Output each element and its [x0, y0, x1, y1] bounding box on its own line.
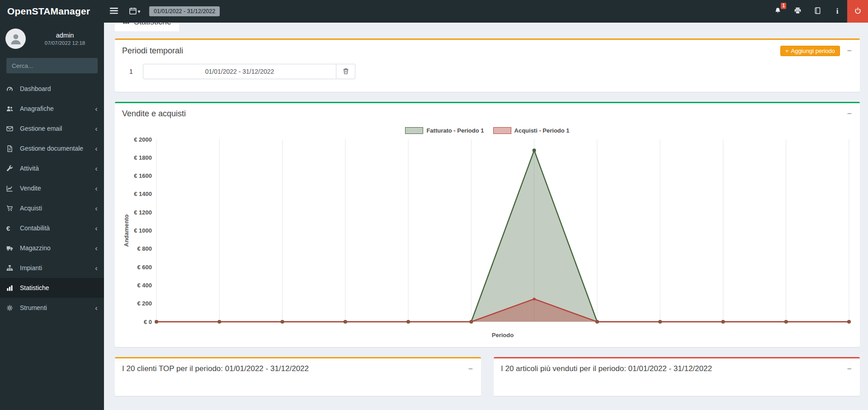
top-clients-title: I 20 clienti TOP per il periodo: 01/01/2…	[122, 364, 309, 373]
period-range-input[interactable]	[143, 64, 336, 79]
user-panel: admin 07/07/2022 12:18	[0, 23, 104, 53]
chart-legend: Fatturato - Periodo 1Acquisti - Periodo …	[121, 127, 854, 134]
print-button[interactable]	[788, 0, 807, 23]
search-icon	[97, 62, 98, 70]
line-chart-icon	[6, 185, 17, 192]
logout-button[interactable]	[847, 0, 868, 23]
minus-icon: −	[847, 110, 852, 118]
minus-icon: −	[847, 365, 852, 373]
period-date-badge[interactable]: 01/01/2022 - 31/12/2022	[149, 6, 220, 16]
sidebar-item-label: Gestione documentale	[17, 145, 95, 152]
sidebar-item-strumenti[interactable]: Strumenti ‹	[0, 298, 104, 318]
chevron-left-icon: ‹	[95, 304, 98, 312]
sidebar-item-magazzino[interactable]: Magazzino ‹	[0, 238, 104, 258]
chevron-left-icon: ‹	[95, 145, 98, 153]
sidebar-item-vendite[interactable]: Vendite ‹	[0, 178, 104, 198]
sales-panel-tools: −	[845, 110, 854, 118]
top-articles-header: I 20 articoli più venduti per il periodo…	[494, 358, 860, 377]
chevron-left-icon: ‹	[95, 185, 98, 192]
users-icon	[6, 105, 17, 112]
legend-swatch	[493, 127, 511, 134]
legend-swatch	[405, 127, 423, 134]
sidebar-item-impianti[interactable]: Impianti ‹	[0, 258, 104, 278]
search-button[interactable]	[97, 58, 98, 73]
periods-panel-header: Periodi temporali + Aggiungi periodo −	[115, 40, 860, 60]
minus-icon: −	[847, 47, 852, 55]
sidebar-item-label: Acquisti	[17, 205, 95, 212]
sidebar-toggle-button[interactable]	[104, 0, 124, 23]
sidebar-search	[6, 58, 98, 73]
user-name: admin	[56, 32, 74, 39]
sidebar-menu: Dashboard Anagrafiche ‹ Gestione email ‹…	[0, 79, 104, 318]
sidebar-item-label: Gestione email	[17, 125, 95, 132]
document-icon	[6, 145, 17, 152]
sidebar-item-label: Magazzino	[17, 244, 95, 252]
bell-icon	[774, 7, 781, 15]
sales-chart: € 0€ 200€ 400€ 600€ 800€ 1000€ 1200€ 140…	[121, 136, 854, 342]
chevron-left-icon: ‹	[95, 125, 98, 133]
sidebar-item-label: Anagrafiche	[17, 105, 95, 112]
periods-panel-tools: + Aggiungi periodo −	[780, 46, 854, 56]
trash-icon	[343, 68, 349, 76]
svg-text:€ 2000: € 2000	[134, 136, 152, 143]
period-index: 1	[129, 68, 143, 75]
chevron-left-icon: ‹	[95, 205, 98, 212]
euro-icon: €	[6, 224, 17, 232]
calendar-icon	[129, 7, 137, 16]
delete-period-button[interactable]	[336, 64, 355, 79]
notifications-button[interactable]: 1	[768, 0, 788, 23]
collapse-sales-button[interactable]: −	[845, 110, 854, 118]
docs-button[interactable]	[807, 0, 827, 23]
sales-panel-body: Fatturato - Periodo 1Acquisti - Periodo …	[115, 123, 860, 347]
printer-icon	[794, 7, 801, 15]
sidebar-item-label: Vendite	[17, 185, 95, 192]
sidebar-item-acquisti[interactable]: Acquisti ‹	[0, 198, 104, 218]
info-button[interactable]: i	[827, 0, 847, 23]
sales-panel: Vendite e acquisti − Fatturato - Periodo…	[115, 102, 860, 347]
collapse-top-articles-button[interactable]: −	[845, 365, 854, 373]
sidebar-item-statistiche[interactable]: Statistiche	[0, 278, 104, 298]
top-clients-panel: I 20 clienti TOP per il periodo: 01/01/2…	[115, 357, 481, 396]
chevron-left-icon: ‹	[95, 165, 98, 172]
period-row: 1	[122, 64, 853, 79]
add-period-label: Aggiungi periodo	[791, 48, 835, 54]
svg-text:€ 0: € 0	[144, 319, 152, 325]
top-articles-panel: I 20 articoli più venduti per il periodo…	[494, 357, 860, 396]
sidebar-item-label: Contabilità	[17, 224, 95, 232]
svg-text:Periodo: Periodo	[492, 332, 514, 338]
hamburger-icon	[110, 8, 118, 15]
search-input[interactable]	[6, 58, 97, 73]
svg-text:€ 600: € 600	[137, 264, 152, 271]
svg-text:Andamento: Andamento	[123, 215, 130, 247]
collapse-top-clients-button[interactable]: −	[467, 365, 475, 373]
collapse-periods-button[interactable]: −	[845, 47, 854, 55]
calendar-dropdown-button[interactable]: ▾	[124, 0, 146, 23]
sidebar-item-attivita[interactable]: Attività ‹	[0, 158, 104, 178]
periods-panel-title: Periodi temporali	[122, 46, 183, 56]
sidebar-item-label: Dashboard	[17, 85, 98, 92]
legend-item: Acquisti - Periodo 1	[493, 127, 570, 134]
user-meta: admin 07/07/2022 12:18	[31, 32, 99, 46]
bar-chart-icon	[6, 285, 17, 291]
plus-icon: +	[785, 48, 789, 54]
user-datetime: 07/07/2022 12:18	[45, 40, 85, 46]
shopping-cart-icon	[6, 205, 17, 212]
add-period-button[interactable]: + Aggiungi periodo	[780, 46, 840, 56]
sidebar-item-gestione-documentale[interactable]: Gestione documentale ‹	[0, 138, 104, 158]
sidebar-item-dashboard[interactable]: Dashboard	[0, 79, 104, 99]
info-icon: i	[836, 7, 839, 16]
sidebar-item-contabilita[interactable]: € Contabilità ‹	[0, 218, 104, 238]
legend-label: Acquisti - Periodo 1	[514, 127, 570, 134]
sidebar-item-anagrafiche[interactable]: Anagrafiche ‹	[0, 99, 104, 119]
topbar: OpenSTAManager ▾ 01/01/2022 - 31/12/2022…	[0, 0, 868, 23]
gear-icon	[6, 305, 17, 311]
caret-down-icon: ▾	[138, 9, 141, 14]
top-articles-title: I 20 articoli più venduti per il periodo…	[501, 364, 712, 373]
svg-text:€ 1000: € 1000	[134, 227, 152, 234]
envelope-icon	[6, 125, 17, 132]
sidebar-item-label: Statistiche	[17, 284, 98, 291]
svg-text:€ 1400: € 1400	[134, 191, 152, 197]
app-logo[interactable]: OpenSTAManager	[0, 0, 104, 23]
svg-text:€ 200: € 200	[137, 300, 152, 307]
sidebar-item-gestione-email[interactable]: Gestione email ‹	[0, 119, 104, 138]
